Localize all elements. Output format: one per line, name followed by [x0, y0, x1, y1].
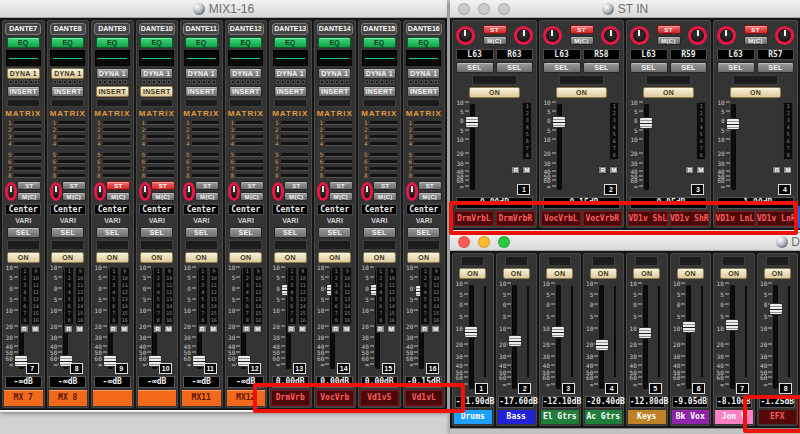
matrix-send-level[interactable] — [103, 135, 130, 139]
pan-knob[interactable] — [139, 182, 151, 201]
matrix-send-level[interactable] — [14, 174, 41, 178]
matrix-send-level[interactable] — [414, 142, 441, 146]
sel-button[interactable]: SEL — [7, 227, 40, 238]
stin-window-titlebar[interactable]: ST IN — [450, 0, 800, 18]
matrix-send-level[interactable] — [58, 153, 85, 157]
st-assign-button[interactable]: ST — [62, 181, 86, 190]
pan-knob[interactable] — [228, 182, 240, 201]
minimize-button[interactable] — [478, 236, 490, 248]
matrix-send-level[interactable] — [192, 160, 219, 164]
st-assign-button[interactable]: ST — [284, 181, 308, 190]
matrix-send-level[interactable] — [147, 160, 174, 164]
fader-handle[interactable] — [639, 117, 653, 129]
matrix-send-level[interactable] — [370, 121, 397, 125]
matrix-send-level[interactable] — [14, 153, 41, 157]
matrix-send-level[interactable] — [281, 174, 308, 178]
matrix-send-level[interactable] — [281, 121, 308, 125]
st-assign-button[interactable]: ST — [240, 181, 264, 190]
matrix-send-level[interactable] — [14, 135, 41, 139]
on-button[interactable]: ON — [503, 268, 530, 279]
matrix-send-level[interactable] — [370, 128, 397, 132]
meter-m-button[interactable]: M — [120, 325, 129, 333]
channel-name-tag[interactable]: MX 7 — [4, 390, 43, 406]
dyna-button[interactable]: DYNA 1 — [140, 68, 173, 79]
fader-handle[interactable] — [464, 326, 478, 338]
meter-r-button[interactable]: R — [685, 166, 694, 174]
meter-r-button[interactable]: R — [287, 325, 296, 333]
matrix-send-level[interactable] — [103, 121, 130, 125]
on-button[interactable]: ON — [459, 268, 486, 279]
st-assign-button[interactable]: ST — [483, 25, 507, 34]
meter-r-button[interactable]: R — [242, 325, 251, 333]
fader-track[interactable] — [556, 285, 561, 389]
matrix-send-level[interactable] — [192, 121, 219, 125]
insert-button[interactable]: INSERT — [185, 86, 218, 97]
matrix-send-level[interactable] — [325, 174, 352, 178]
st-assign-button[interactable]: ST — [17, 181, 41, 190]
matrix-send-level[interactable] — [147, 121, 174, 125]
matrix-send-level[interactable] — [14, 128, 41, 132]
matrix-send-level[interactable] — [103, 128, 130, 132]
mono-assign-button[interactable]: M(C) — [106, 192, 130, 201]
insert-button[interactable]: INSERT — [96, 86, 129, 97]
sel-button[interactable]: SEL — [407, 227, 440, 238]
pan-knob[interactable] — [183, 182, 195, 201]
matrix-send-level[interactable] — [147, 167, 174, 171]
pan-knob-left[interactable] — [717, 26, 736, 45]
meter-r-button[interactable]: R — [420, 325, 429, 333]
st-assign-button[interactable]: ST — [195, 181, 219, 190]
matrix-send-level[interactable] — [370, 160, 397, 164]
pan-knob-right[interactable] — [775, 26, 794, 45]
channel-name-tag[interactable]: Jon V — [715, 410, 753, 424]
matrix-send-level[interactable] — [325, 121, 352, 125]
meter-m-button[interactable]: M — [696, 166, 705, 174]
sel-button[interactable]: SEL — [51, 227, 84, 238]
dyna-button[interactable]: DYNA 1 — [318, 68, 351, 79]
channel-name-tag[interactable] — [93, 390, 132, 406]
matrix-send-level[interactable] — [370, 135, 397, 139]
matrix-send-level[interactable] — [236, 128, 263, 132]
meter-m-button[interactable]: M — [164, 325, 173, 333]
st-assign-button[interactable]: ST — [657, 25, 681, 34]
fader-track[interactable] — [470, 104, 475, 190]
matrix-send-level[interactable] — [58, 174, 85, 178]
channel-name-tag[interactable]: VD1v LnL — [715, 211, 755, 226]
sel-button[interactable]: SEL — [363, 227, 396, 238]
insert-button[interactable]: INSERT — [407, 86, 440, 97]
matrix-send-level[interactable] — [192, 142, 219, 146]
fader-handle[interactable] — [769, 303, 783, 315]
fader-track[interactable] — [469, 285, 474, 389]
channel-name-tag[interactable]: EFX — [759, 410, 797, 424]
meter-r-button[interactable]: R — [20, 325, 29, 333]
fader-track[interactable] — [730, 285, 735, 389]
channel-name-tag[interactable]: VD1v ShL — [628, 211, 668, 226]
sel-button[interactable]: SEL — [229, 227, 262, 238]
channel-name-tag[interactable]: Bk Vox — [672, 410, 710, 424]
fader-track[interactable] — [644, 104, 649, 190]
sel-button-left[interactable]: SEL — [630, 62, 668, 73]
on-button[interactable]: ON — [229, 252, 262, 263]
fader-handle[interactable] — [551, 326, 565, 338]
on-button[interactable]: ON — [764, 268, 791, 279]
matrix-send-level[interactable] — [14, 160, 41, 164]
pan-knob-right[interactable] — [601, 26, 620, 45]
on-button[interactable]: ON — [140, 252, 173, 263]
matrix-send-level[interactable] — [370, 153, 397, 157]
sel-button[interactable]: SEL — [318, 227, 351, 238]
channel-name-tag[interactable]: VD1v LnR — [757, 211, 797, 226]
channel-name-tag[interactable]: El Gtrs — [541, 410, 579, 424]
matrix-send-level[interactable] — [325, 128, 352, 132]
st-assign-button[interactable]: ST — [151, 181, 175, 190]
matrix-send-level[interactable] — [370, 167, 397, 171]
channel-name-tag[interactable]: MX11 — [182, 390, 221, 406]
matrix-send-level[interactable] — [147, 135, 174, 139]
fader-track[interactable] — [731, 104, 736, 190]
fader-handle[interactable] — [465, 116, 479, 128]
fader-track[interactable] — [557, 104, 562, 190]
fader-track[interactable] — [643, 285, 648, 389]
fader-track[interactable] — [512, 285, 517, 389]
matrix-send-level[interactable] — [414, 160, 441, 164]
dyna-button[interactable]: DYNA 1 — [274, 68, 307, 79]
sel-button-left[interactable]: SEL — [543, 62, 581, 73]
dyna-button[interactable]: DYNA 1 — [96, 68, 129, 79]
